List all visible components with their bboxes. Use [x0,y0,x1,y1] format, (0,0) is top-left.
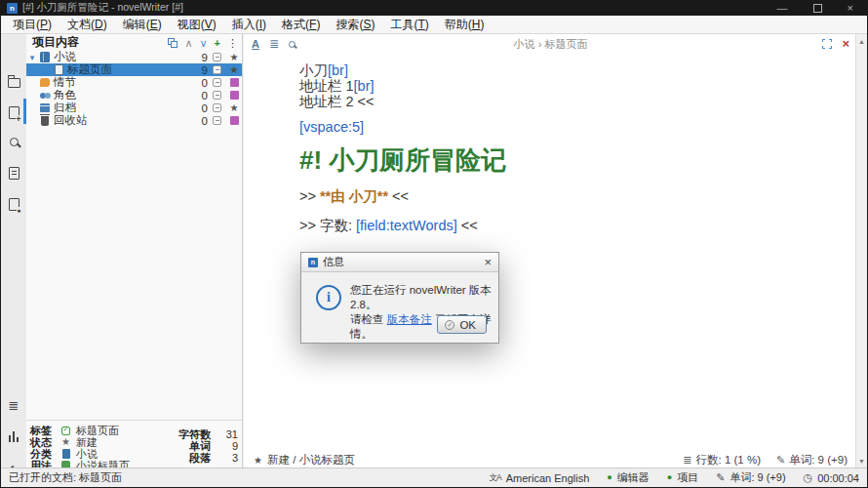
status-bar: 已打开的文档: 标题页面 文A American English ● 编辑器 ●… [1,468,867,487]
count-value: 31 [211,428,238,440]
pen-icon: ✎ [776,454,785,467]
editor-autosave-status[interactable]: ● 编辑器 [607,470,649,485]
move-up-icon[interactable]: ∧ [184,36,192,50]
green-led-icon: ● [667,473,672,482]
language-selector[interactable]: 文A American English [490,472,590,484]
scroll-down-icon[interactable]: ▼ [856,458,867,465]
stats-icon[interactable] [6,428,21,444]
menu-project[interactable]: 项目(P) [5,16,59,33]
editor-text-area[interactable]: 小刀[br] 地址栏 1[br] 地址栏 2 << [vspace:5] #! … [299,34,838,449]
trash-icon [38,116,52,126]
expand-arrow-icon[interactable]: ▾ [26,53,38,62]
text-line: 小刀 [299,62,328,78]
editor-search-icon[interactable] [289,41,296,48]
search-icon[interactable] [6,134,21,149]
status-square-icon [230,91,239,100]
tag-icon [60,427,71,435]
title-bar: n [#] 小刀厕所冒险记 - novelWriter [#] — × [1,0,867,16]
outline-menu-icon[interactable]: ≣ [269,38,279,50]
text-line: 地址栏 1 [299,78,354,94]
project-autosave-status[interactable]: ● 项目 [667,470,698,485]
sidebar-rail: ≣ ◐ ⚙ [1,34,26,468]
info-icon: i [316,285,341,310]
minimize-button[interactable]: — [777,3,788,14]
item-details-panel: 标签 标题页面 状态 ★ 新建 分类 小说 用法 小说标题页 字符数 31 单词… [26,420,243,468]
app-icon: n [308,258,318,267]
open-project-icon[interactable] [6,75,21,91]
check-icon: ✓ [445,320,454,330]
dialog-close-icon[interactable]: × [484,257,492,268]
count-label: 段落 [156,451,211,466]
maximize-button[interactable] [813,4,822,13]
class-book-icon [60,449,71,459]
menu-tools[interactable]: 工具(T) [382,16,436,33]
checkbox-icon [213,65,221,74]
word-count-summary: 字符数 31 单词 9 段落 3 [156,428,238,464]
checkbox-icon [213,53,221,61]
star-flag-icon: ★ [230,53,239,62]
app-icon: n [7,3,18,14]
move-down-icon[interactable]: ∨ [200,36,208,50]
checkbox-icon [213,116,221,125]
outline-view-icon[interactable] [6,165,21,181]
book-icon [38,52,52,62]
details-list-icon[interactable]: ≣ [6,397,21,413]
word-count: 单词: 9 (+9) [789,453,848,468]
menu-edit[interactable]: 编辑(E) [115,16,170,33]
menu-bar: 项目(P) 文档(D) 编辑(E) 视图(V) 插入(I) 格式(F) 搜索(S… [1,16,867,34]
typography-icon[interactable]: A [252,39,259,50]
menu-help[interactable]: 帮助(H) [437,16,493,33]
open-document-status: 已打开的文档: 标题页面 [9,470,122,485]
menu-search[interactable]: 搜索(S) [328,16,382,33]
document-icon [52,64,65,75]
menu-document[interactable]: 文档(D) [59,16,115,33]
add-item-icon[interactable]: + [215,36,220,50]
status-square-icon [230,78,239,87]
window-title: [#] 小刀厕所冒险记 - novelWriter [#] [22,1,772,15]
status-star-icon: ★ [60,437,71,447]
checkbox-icon [213,103,221,112]
format-tag: [br] [328,62,348,78]
lines-icon: ≣ [683,454,691,467]
editor-footer: ★ 新建 / 小说标题页 ≣行数: 1 (1 %) ✎单词: 9 (+9) [244,451,857,468]
format-tag: [br] [354,78,375,94]
menu-format[interactable]: 格式(F) [274,16,328,33]
document-title: #! 小刀厕所冒险记 [299,143,506,178]
menu-insert[interactable]: 插入(I) [224,16,274,33]
close-document-icon[interactable]: × [842,38,849,50]
dialog-title: 信息 [323,255,479,269]
document-status[interactable]: 新建 / 小说标题页 [267,453,355,468]
project-tree-panel: 项目内容 ∧ ∨ + ⋮ ▾ 小说 9 ★ 标题页面 9 ★ 情节 0 角色 0 [26,34,243,468]
quick-links-icon[interactable] [168,38,178,48]
tree-item-count: 0 [191,102,211,114]
line-count: 行数: 1 (1 %) [696,453,761,468]
tree-item-label: 回收站 [52,113,191,128]
green-led-icon: ● [607,473,612,482]
scroll-up-icon[interactable]: ▲ [856,38,867,45]
author-text: **由 小刀** [320,188,388,204]
menu-view[interactable]: 视图(V) [170,16,224,33]
tree-menu-icon[interactable]: ⋮ [227,36,238,50]
status-star-icon: ★ [254,455,262,466]
project-panel-title: 项目内容 [32,34,164,51]
format-tag: [vspace:5] [299,119,364,135]
tree-item-count: 9 [191,64,211,76]
language-icon: 文A [490,472,501,484]
editor-scrollbar[interactable]: ▲ ▼ [855,34,867,468]
tree-item-trash[interactable]: 回收站 0 [26,114,242,127]
window-close-button[interactable]: × [848,3,853,14]
ok-button[interactable]: ✓ OK [437,315,487,334]
count-value: 9 [211,440,238,452]
session-word-count: ✎ 单词: 9 (+9) [716,470,785,485]
field-tag: [field:textWords] [356,218,457,233]
build-manuscript-icon[interactable] [6,196,21,212]
clock-icon: ◷ [804,471,813,484]
session-timer: ◷ 00:00:04 [804,471,859,484]
checkbox-icon [213,78,221,87]
release-notes-link[interactable]: 版本备注 [387,313,432,325]
characters-icon [38,91,52,101]
info-dialog: n 信息 × i 您正在运行 novelWriter 版本 2.8。 请检查 版… [300,252,499,344]
editor-view-icon[interactable] [6,104,21,120]
checkbox-icon [213,91,221,100]
archive-box-icon [38,103,52,112]
